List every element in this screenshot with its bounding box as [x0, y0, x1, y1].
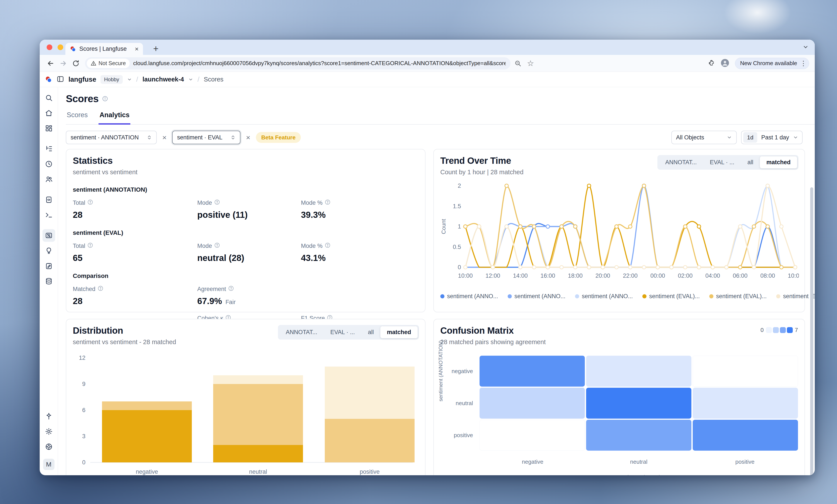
prompts-icon [45, 196, 53, 204]
svg-text:16:00: 16:00 [540, 273, 555, 279]
help-icon[interactable] [325, 199, 331, 206]
info-icon[interactable] [102, 96, 108, 102]
minimize-window-button[interactable] [57, 44, 63, 50]
main-content: Scores Scores Analytics sentiment · ANNO… [58, 87, 815, 475]
sidebar-item-home[interactable] [42, 107, 55, 119]
legend-dot [507, 294, 512, 298]
legend-item: sentiment (EVAL)... [709, 293, 767, 300]
browser-menu-icon[interactable]: ⋮ [800, 59, 807, 67]
toggle-option-eval[interactable]: EVAL · ... [703, 156, 741, 168]
metric-value: 43.1% [301, 253, 418, 263]
sidebar-item-evaluation[interactable] [42, 244, 55, 257]
page-tabs: Scores Analytics [66, 111, 815, 125]
address-bar[interactable]: Not Secure cloud.langfuse.com/project/cm… [85, 57, 511, 70]
sidebar-item-tracing[interactable] [42, 143, 55, 155]
tab-scores[interactable]: Scores [66, 111, 89, 124]
help-icon[interactable] [228, 285, 234, 293]
not-secure-badge[interactable]: Not Secure [87, 59, 130, 68]
legend-dot [709, 294, 713, 298]
scale-max: 7 [795, 327, 798, 334]
toggle-option-eval[interactable]: EVAL · ... [324, 326, 361, 338]
svg-text:04:00: 04:00 [705, 273, 720, 279]
search-icon [45, 94, 53, 102]
distribution-chart: 036912negativeneutralpositive [73, 354, 420, 475]
user-avatar[interactable]: M [43, 459, 54, 470]
page-scrollbar[interactable] [810, 187, 813, 475]
help-icon[interactable] [87, 242, 93, 249]
sessions-icon [45, 160, 53, 168]
browser-window: Scores | Langfuse × + Not Secure cloud.l… [40, 40, 815, 475]
help-icon[interactable] [214, 199, 220, 206]
forward-button[interactable] [58, 58, 68, 69]
toggle-option-all[interactable]: all [361, 326, 380, 338]
sidebar-item-dashboards[interactable] [42, 122, 55, 135]
tab-analytics[interactable]: Analytics [99, 111, 130, 125]
reload-button[interactable] [71, 58, 81, 69]
svg-text:00:00: 00:00 [651, 273, 665, 279]
help-icon[interactable] [87, 199, 93, 206]
sidebar-item-annotation[interactable] [42, 260, 55, 272]
sidebar-item-playground[interactable] [42, 209, 55, 221]
zoom-glass-icon[interactable] [513, 58, 523, 69]
range-label: Past 1 day [761, 134, 789, 141]
svg-text:08:00: 08:00 [760, 273, 775, 279]
tab-close-icon[interactable]: × [135, 45, 139, 53]
toggle-option-matched[interactable]: matched [380, 326, 417, 338]
svg-text:10:00: 10:00 [788, 273, 799, 279]
sidebar-toggle-icon[interactable] [57, 75, 64, 83]
toggle-option-annotat[interactable]: ANNOTAT... [279, 326, 324, 338]
sidebar-item-datasets[interactable] [42, 275, 55, 287]
svg-text:12: 12 [79, 355, 86, 361]
remove-score1-button[interactable]: × [161, 133, 168, 142]
project-chevron-icon[interactable] [188, 77, 193, 82]
bookmark-star-icon[interactable]: ☆ [525, 58, 536, 69]
org-chevron-icon[interactable] [127, 77, 132, 82]
browser-tab[interactable]: Scores | Langfuse × [66, 43, 143, 55]
home-icon [45, 109, 53, 117]
toggle-option-matched[interactable]: matched [760, 156, 797, 168]
toggle-option-annotat[interactable]: ANNOTAT... [659, 156, 704, 168]
score2-select[interactable]: sentiment · EVAL [172, 131, 240, 144]
profile-avatar[interactable] [720, 59, 729, 68]
breadcrumb-project[interactable]: launchweek-4 [143, 76, 184, 83]
extensions-puzzle-icon[interactable] [708, 59, 715, 67]
sidebar-item-settings[interactable] [42, 425, 55, 438]
svg-text:Count: Count [440, 219, 447, 234]
metric-label: Mode % [301, 243, 323, 249]
sidebar-item-sessions[interactable] [42, 158, 55, 170]
new-tab-button[interactable]: + [150, 43, 162, 55]
sidebar-item-prompts[interactable] [42, 193, 55, 206]
close-window-button[interactable] [47, 44, 52, 50]
sidebar-item-scores[interactable] [42, 229, 55, 242]
breadcrumb-page: Scores [204, 76, 224, 83]
help-icon[interactable] [325, 242, 331, 249]
svg-text:02:00: 02:00 [678, 273, 693, 279]
legend-item: sentiment (ANNO... [440, 293, 498, 300]
remove-score2-button[interactable]: × [245, 133, 252, 142]
svg-text:12:00: 12:00 [485, 273, 500, 279]
confusion-col-label: neutral [586, 459, 692, 465]
sidebar-item-support[interactable] [42, 441, 55, 453]
filter-bar: sentiment · ANNOTATION × sentiment · EVA… [66, 131, 815, 144]
toggle-option-all[interactable]: all [741, 156, 760, 168]
trend-legend: sentiment (ANNO...sentiment (ANNO...sent… [440, 293, 798, 300]
statistics-card: Statistics sentiment vs sentiment sentim… [66, 149, 426, 312]
sidebar-item-users[interactable] [42, 173, 55, 186]
help-icon[interactable] [97, 285, 103, 293]
help-icon[interactable] [214, 242, 220, 249]
back-button[interactable] [45, 58, 56, 69]
breadcrumb-org[interactable]: langfuse [68, 76, 96, 83]
score1-select[interactable]: sentiment · ANNOTATION [66, 131, 157, 144]
metric-label: Matched [73, 286, 95, 293]
warning-icon [91, 60, 96, 66]
score2-value: sentiment · EVAL [177, 134, 222, 141]
date-range-select[interactable]: 1d Past 1 day [741, 131, 803, 144]
confusion-col-label: negative [480, 459, 586, 465]
chrome-update-pill[interactable]: New Chrome available ⋮ [735, 58, 809, 69]
sidebar-item-ask-ai[interactable] [42, 410, 55, 423]
sidebar-item-search[interactable] [42, 92, 55, 104]
tab-search-chevron-icon[interactable] [803, 44, 809, 51]
section-comparison-heading: Comparison [73, 273, 418, 279]
scale-chip [773, 327, 779, 333]
object-type-select[interactable]: All Objects [671, 131, 737, 144]
